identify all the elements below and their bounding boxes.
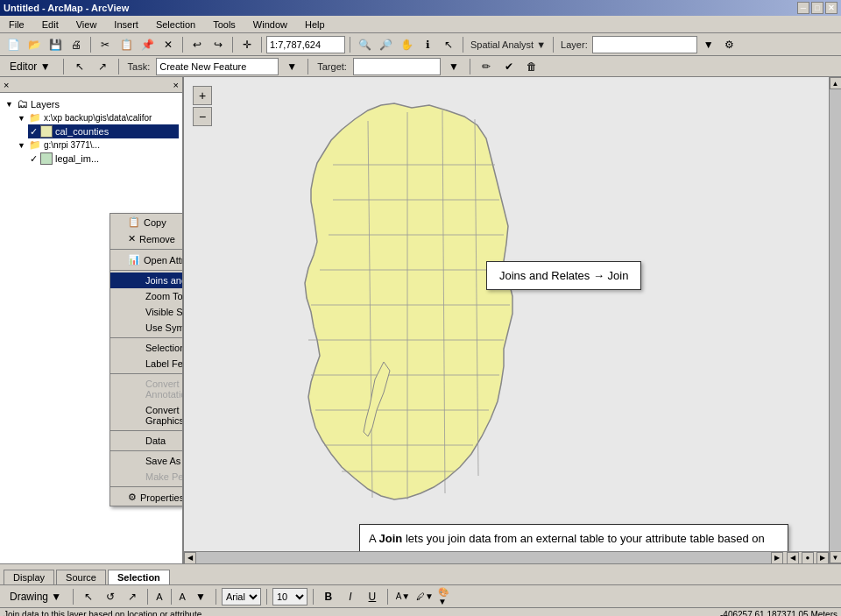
ctx-data-label: Data (145, 435, 184, 446)
move-tool[interactable]: ✛ (237, 35, 257, 54)
text-color-label: A (177, 591, 188, 602)
edit-tool2[interactable]: ↗ (93, 57, 112, 76)
scroll-left-button[interactable]: ◀ (184, 552, 196, 564)
minimize-button[interactable]: ─ (797, 2, 809, 14)
task-dropdown[interactable]: ▼ (282, 57, 301, 76)
ctx-open-attr-table[interactable]: 📊 Open Attribute Table (110, 251, 184, 268)
toc-close[interactable]: × (173, 80, 179, 90)
title-bar: Untitled - ArcMap - ArcView ─ □ ✕ (0, 0, 841, 16)
ctx-zoom-label: Zoom To Layer (145, 291, 184, 301)
ctx-copy[interactable]: 📋 Copy (110, 214, 184, 230)
scroll-up-button[interactable]: ▲ (830, 77, 842, 89)
toc-folder1: ▼ 📁 x:\xp backup\gis\data\califor (16, 111, 179, 124)
delete-button[interactable]: ✕ (159, 35, 178, 54)
font-select[interactable]: Arial (222, 588, 261, 605)
layer-settings[interactable]: ⚙ (720, 35, 739, 54)
ctx-properties[interactable]: ⚙ Properties... (110, 489, 184, 506)
separator7 (553, 37, 554, 53)
draw-tool[interactable]: ↺ (101, 587, 120, 606)
editor-dropdown[interactable]: Editor ▼ (4, 57, 57, 76)
ctx-sep5 (110, 430, 184, 431)
menu-tools[interactable]: Tools (208, 18, 241, 32)
title-text: Untitled - ArcMap - ArcView (4, 3, 129, 13)
fill-btn[interactable]: 🎨▼ (437, 587, 456, 606)
ctx-joins-relates[interactable]: Joins and Relates ▶ (110, 273, 184, 288)
ctx-visible-scale[interactable]: Visible Scale Range ▶ (110, 304, 184, 320)
menu-file[interactable]: File (4, 18, 30, 32)
main-area: × × ▼ 🗂 Layers ▼ 📁 x:\xp backup\gis\data… (0, 77, 841, 563)
draw-sep6 (313, 589, 314, 605)
ctx-symbol-levels[interactable]: Use Symbol Levels (110, 320, 184, 336)
menu-edit[interactable]: Edit (37, 18, 64, 32)
ctx-data[interactable]: Data ▶ (110, 433, 184, 449)
font-size-select[interactable]: 10 (272, 588, 307, 605)
tab-source[interactable]: Source (56, 570, 106, 584)
layer-input[interactable] (592, 36, 697, 53)
menu-insert[interactable]: Insert (109, 18, 144, 32)
toc-cal-counties[interactable]: ✓ cal_counties (28, 124, 179, 138)
zoom-in[interactable]: 🔍 (355, 35, 374, 54)
drawing-toolbar: Drawing ▼ ↖ ↺ ↗ A A ▼ Arial 10 B I U A▼ … (0, 584, 841, 607)
menu-bar: File Edit View Insert Selection Tools Wi… (0, 16, 841, 33)
layer-options[interactable]: ▼ (699, 35, 718, 54)
text-color-picker[interactable]: ▼ (191, 587, 210, 606)
edit-tool[interactable]: ↖ (70, 57, 89, 76)
editor-toolbar: Editor ▼ ↖ ↗ Task: ▼ Target: ▼ ✏ ✔ 🗑 (0, 56, 841, 77)
nav-location[interactable]: ● (802, 552, 814, 564)
print-button[interactable]: 🖨 (67, 35, 86, 54)
highlight-btn[interactable]: 🖊▼ (415, 587, 435, 606)
menu-view[interactable]: View (71, 18, 102, 32)
nav-next[interactable]: ▶ (816, 552, 829, 564)
finish-sketch[interactable]: ✔ (499, 57, 519, 76)
open-button[interactable]: 📂 (25, 35, 44, 54)
sketch-tool[interactable]: ✏ (477, 57, 496, 76)
zoom-out[interactable]: 🔎 (376, 35, 395, 54)
new-button[interactable]: 📄 (4, 35, 23, 54)
draw-sep4 (216, 589, 216, 605)
menu-window[interactable]: Window (248, 18, 293, 32)
copy-button[interactable]: 📋 (117, 35, 136, 54)
pan[interactable]: ✋ (397, 35, 416, 54)
scroll-down-button[interactable]: ▼ (830, 551, 842, 563)
target-input[interactable] (353, 58, 441, 75)
paste-button[interactable]: 📌 (138, 35, 157, 54)
scroll-right-button[interactable]: ▶ (771, 552, 783, 564)
status-bar: Join data to this layer based on locatio… (0, 607, 841, 616)
identify[interactable]: ℹ (418, 35, 437, 54)
italic-button[interactable]: I (341, 587, 360, 606)
font-color-btn[interactable]: A▼ (393, 587, 413, 606)
hscroll-track[interactable] (196, 552, 771, 564)
toc-legal-im[interactable]: ✓ legal_im... (28, 152, 179, 166)
scale-input[interactable]: 1:7,787,624 (266, 36, 345, 53)
ctx-remove[interactable]: ✕ Remove (110, 230, 184, 247)
ctx-save-layer[interactable]: Save As Layer File... (110, 453, 184, 469)
task-input[interactable] (156, 58, 279, 75)
save-button[interactable]: 💾 (46, 35, 65, 54)
tab-selection[interactable]: Selection (108, 570, 170, 584)
close-button[interactable]: ✕ (825, 2, 837, 14)
menu-help[interactable]: Help (300, 18, 330, 32)
bold-button[interactable]: B (319, 587, 338, 606)
redo-button[interactable]: ↪ (208, 35, 228, 54)
ctx-selection[interactable]: Selection ▶ (110, 340, 184, 356)
zoom-out-nav[interactable]: − (193, 107, 212, 126)
target-dropdown[interactable]: ▼ (444, 57, 463, 76)
drawing-dropdown[interactable]: Drawing ▼ (4, 587, 67, 606)
underline-button[interactable]: U (363, 587, 382, 606)
draw-arrow[interactable]: ↗ (123, 587, 142, 606)
scroll-track[interactable] (830, 89, 842, 551)
ctx-convert-features[interactable]: Convert Features to Graphics... (110, 402, 184, 428)
tab-display[interactable]: Display (4, 570, 54, 584)
delete-sketch[interactable]: 🗑 (522, 57, 541, 76)
select-features[interactable]: ↖ (439, 35, 458, 54)
ctx-label-features[interactable]: Label Features (110, 356, 184, 372)
undo-button[interactable]: ↩ (187, 35, 207, 54)
menu-selection[interactable]: Selection (151, 18, 201, 32)
cut-button[interactable]: ✂ (95, 35, 115, 54)
zoom-in-nav[interactable]: + (193, 86, 212, 105)
nav-prev[interactable]: ◀ (787, 552, 799, 564)
separator9 (118, 59, 119, 74)
ctx-zoom-layer[interactable]: Zoom To Layer (110, 288, 184, 304)
maximize-button[interactable]: □ (811, 2, 823, 14)
draw-select[interactable]: ↖ (79, 587, 98, 606)
